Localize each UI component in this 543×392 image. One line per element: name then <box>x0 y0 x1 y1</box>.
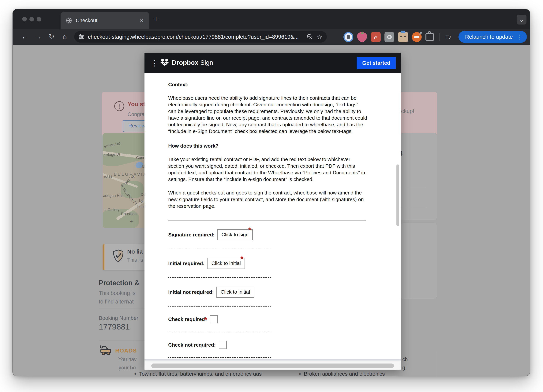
window-minimize-button[interactable] <box>29 17 34 22</box>
dashed-divider <box>168 332 271 332</box>
dropbox-sign-logo: Dropbox Sign <box>160 59 213 66</box>
context-paragraph: Wheelbase users need the ability to add … <box>168 95 367 135</box>
tab-search-button[interactable]: ⌄ <box>517 15 526 24</box>
optional-checkbox[interactable] <box>219 341 227 349</box>
tab-close-icon[interactable]: × <box>139 17 144 24</box>
dropbox-sign-modal: ⋮ Dropbox Sign Get started Context: <box>144 53 401 369</box>
browser-toolbar: ← → ↻ ⌂ checkout-staging.wheelbasepro.co… <box>13 29 530 45</box>
liability-title: No lia <box>127 248 143 255</box>
tab-title: Checkout <box>76 18 139 23</box>
booking-number-value: 1779881 <box>99 322 130 331</box>
signature-required-row: Signature required: Click to sign * <box>168 229 367 240</box>
protection-text-line1: This booking is <box>99 290 135 296</box>
forward-button[interactable]: → <box>33 31 44 42</box>
dashed-divider <box>168 357 271 358</box>
esign-document: Context: Wheelbase users need the abilit… <box>168 73 367 358</box>
map-label: hi Gallery <box>103 208 119 212</box>
window-zoom-button[interactable] <box>37 17 41 22</box>
tow-truck-icon <box>99 344 113 356</box>
browser-window: Checkout × + ⌄ ← → ↻ ⌂ checkout-staging.… <box>12 9 530 376</box>
document-rule <box>168 220 366 221</box>
brand-sign: Sign <box>200 59 213 66</box>
clipped-text-fragment: g: <box>402 365 407 371</box>
click-to-sign-button[interactable]: Click to sign * <box>217 229 253 240</box>
shield-check-icon <box>112 249 124 262</box>
required-asterisk: * <box>240 256 243 262</box>
bookmark-star-icon[interactable]: ☆ <box>317 33 322 41</box>
map-marker-icon: + <box>130 219 133 225</box>
content-column-edge <box>437 352 437 376</box>
modal-vertical-scrollbar-thumb[interactable] <box>396 165 399 226</box>
modal-horizontal-scrollbar[interactable] <box>144 362 401 369</box>
map-label: adogan Hall <box>103 193 123 198</box>
roadside-bullet-right: • Broken appliances and electronics <box>299 371 385 376</box>
toolbar-separator <box>440 33 440 41</box>
secondary-card <box>400 223 437 299</box>
address-bar[interactable]: checkout-staging.wheelbasepro.com/checko… <box>74 31 327 43</box>
roadside-heading: ROADS <box>115 347 137 354</box>
protection-heading: Protection & <box>99 279 139 287</box>
tab-checkout[interactable]: Checkout × <box>61 12 149 29</box>
map-label: arriage Dr <box>103 152 120 157</box>
roadside-bullet-left: • Towing, flat tires, battery jumps, and… <box>134 371 262 376</box>
dashed-divider <box>168 277 271 278</box>
url-text[interactable]: checkout-staging.wheelbasepro.com/checko… <box>88 34 304 40</box>
check-required-label: Check required <box>168 316 205 323</box>
dropbox-glyph-icon <box>160 59 169 66</box>
initial-not-required-label: Initial not required: <box>168 289 214 295</box>
dashed-divider <box>168 306 271 307</box>
roadside-text-line2: your bo <box>119 365 136 371</box>
new-tab-button[interactable]: + <box>154 14 158 24</box>
check-not-required-label: Check not required: <box>168 342 216 348</box>
protection-text-line2: to find alternat <box>99 299 134 305</box>
relaunch-label: Relaunch to update <box>465 34 513 40</box>
evernote-extension-icon[interactable]: e <box>371 32 381 42</box>
map-lake <box>136 162 143 168</box>
browser-menu-kebab-icon[interactable]: ⋮ <box>517 34 523 40</box>
zoom-icon[interactable] <box>307 34 313 40</box>
click-to-initial-button[interactable]: Click to initial * <box>207 258 245 269</box>
when-paragraph: When a guest checks out and goes to sign… <box>168 190 367 210</box>
required-checkbox[interactable] <box>210 315 218 323</box>
back-button[interactable]: ← <box>20 31 30 42</box>
how-heading: How does this work? <box>168 143 367 149</box>
relaunch-to-update-button[interactable]: Relaunch to update ⋮ <box>458 31 527 43</box>
strawberry-extension-icon[interactable] <box>357 32 367 42</box>
robot-extension-icon[interactable] <box>398 32 408 42</box>
required-asterisk: * <box>204 317 207 324</box>
map-label: WN <box>104 175 113 179</box>
chevron-down-icon: ⌄ <box>519 16 524 23</box>
warning-icon: ! <box>114 101 124 111</box>
initial-required-row: Initial required: Click to initial * <box>168 258 367 269</box>
globe-icon <box>66 17 72 24</box>
initial-required-label: Initial required: <box>168 260 204 267</box>
password-manager-extension-icon[interactable] <box>344 32 353 42</box>
signature-required-label: Signature required: <box>168 232 215 238</box>
roadside-text-line1: You hav <box>118 357 137 362</box>
summary-divider <box>400 207 426 207</box>
reload-button[interactable]: ↻ <box>46 31 57 42</box>
tune-icon[interactable] <box>78 34 85 40</box>
camera-extension-icon[interactable] <box>385 32 394 42</box>
window-close-button[interactable] <box>22 17 27 22</box>
booking-number-label: Booking Number <box>99 315 138 321</box>
home-button[interactable]: ⌂ <box>59 31 70 42</box>
map-label: Rousillon <box>121 212 136 216</box>
dropbox-sign-header: ⋮ Dropbox Sign Get started <box>144 53 401 73</box>
extensions-puzzle-icon[interactable] <box>425 33 434 41</box>
modal-kebab-menu-icon[interactable]: ⋮ <box>151 58 158 68</box>
context-heading: Context: <box>168 81 367 88</box>
document-bottom-fade <box>144 359 401 362</box>
get-started-button[interactable]: Get started <box>357 57 396 69</box>
how-paragraph: Take your existing rental contract or PD… <box>168 156 367 183</box>
clipped-text-fragment: ch <box>402 357 408 362</box>
horizontal-scrollbar-thumb[interactable] <box>151 364 394 368</box>
initial-not-required-row: Initial not required: Click to initial <box>168 287 367 298</box>
click-to-initial-optional-button[interactable]: Click to initial <box>216 287 254 298</box>
required-asterisk: * <box>248 227 251 234</box>
media-controls-icon[interactable]: ≡♪ <box>445 33 455 43</box>
check-not-required-row: Check not required: <box>168 341 367 349</box>
orange-arrow-extension-icon[interactable]: ↗ <box>412 32 422 42</box>
summary-divider <box>400 188 426 188</box>
check-required-row: Check required * : <box>168 315 367 323</box>
